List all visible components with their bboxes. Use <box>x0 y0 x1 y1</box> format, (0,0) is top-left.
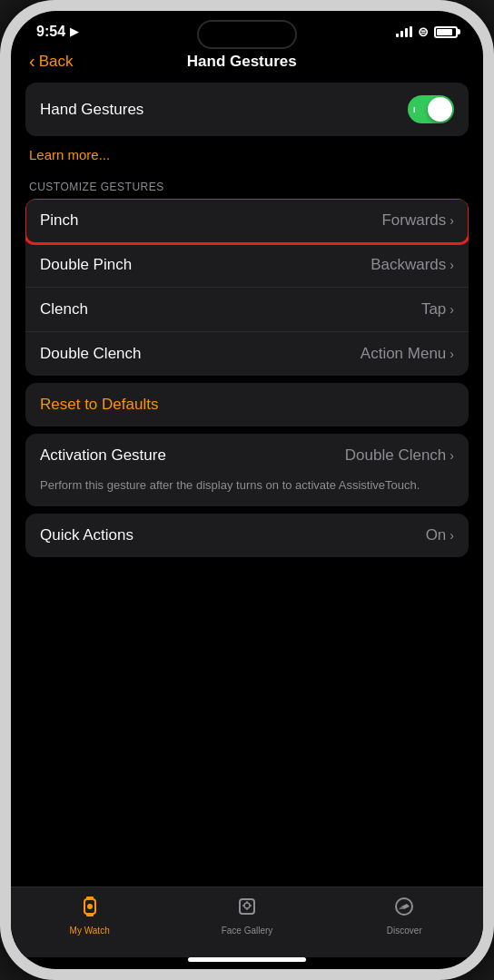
double-pinch-row[interactable]: Double Pinch Backwards › <box>25 243 469 288</box>
tab-bar: My Watch Face Gallery <box>11 887 483 957</box>
phone-screen: 9:54 ▶ ⊜ ‹ Back Hand <box>11 11 483 969</box>
clench-chevron-icon: › <box>450 302 454 317</box>
quick-actions-value: On › <box>426 526 454 544</box>
quick-actions-inner[interactable]: Quick Actions On › <box>25 514 469 557</box>
my-watch-label: My Watch <box>70 926 110 936</box>
tab-my-watch[interactable]: My Watch <box>54 895 126 936</box>
double-clench-chevron-icon: › <box>450 347 454 361</box>
reset-row[interactable]: Reset to Defaults <box>25 383 469 426</box>
hand-gestures-toggle-row: Hand Gestures I <box>25 83 469 136</box>
tab-face-gallery[interactable]: Face Gallery <box>211 895 283 936</box>
home-indicator <box>188 957 306 962</box>
gesture-list: Pinch Forwards › Double Pinch Backwards … <box>25 199 469 376</box>
pinch-row[interactable]: Pinch Forwards › <box>25 199 469 243</box>
quick-actions-chevron-icon: › <box>450 528 454 543</box>
chevron-left-icon: ‹ <box>29 51 35 72</box>
back-label: Back <box>39 53 74 71</box>
clench-value: Tap › <box>421 300 454 318</box>
nav-bar: ‹ Back Hand Gestures <box>11 47 483 83</box>
reset-label: Reset to Defaults <box>40 396 158 413</box>
activation-gesture-row: Activation Gesture Double Clench › Perfo… <box>25 434 469 506</box>
location-icon: ▶ <box>70 25 78 38</box>
activation-gesture-inner[interactable]: Activation Gesture Double Clench › <box>25 434 469 477</box>
svg-point-5 <box>244 903 250 908</box>
wifi-icon: ⊜ <box>418 24 429 39</box>
double-pinch-value: Backwards › <box>370 256 454 274</box>
discover-label: Discover <box>387 926 422 936</box>
battery-icon <box>434 26 458 38</box>
toggle-on-text: I <box>413 105 416 114</box>
hand-gestures-toggle[interactable]: I <box>408 95 454 123</box>
pinch-chevron-icon: › <box>450 213 454 228</box>
double-pinch-chevron-icon: › <box>450 258 454 272</box>
svg-rect-1 <box>86 897 94 900</box>
double-clench-value: Action Menu › <box>361 345 454 363</box>
learn-more-link[interactable]: Learn more... <box>25 143 469 173</box>
content-scroll[interactable]: Hand Gestures I Learn more... CUSTOMIZE … <box>11 83 483 887</box>
status-time: 9:54 <box>36 24 65 40</box>
svg-rect-2 <box>86 913 94 916</box>
face-gallery-label: Face Gallery <box>222 926 273 936</box>
status-icons: ⊜ <box>396 24 458 39</box>
clench-row[interactable]: Clench Tap › <box>25 288 469 332</box>
tab-discover[interactable]: Discover <box>368 895 440 936</box>
pinch-value: Forwards › <box>381 211 454 230</box>
activation-gesture-label: Activation Gesture <box>40 446 166 465</box>
pinch-label: Pinch <box>40 211 79 230</box>
dynamic-island <box>197 20 297 49</box>
customize-gestures-label: CUSTOMIZE GESTURES <box>25 173 469 199</box>
signal-bars <box>396 26 412 37</box>
activation-gesture-chevron-icon: › <box>450 448 454 463</box>
activation-gesture-description: Perform this gesture after the display t… <box>25 477 469 506</box>
discover-icon <box>392 895 416 922</box>
toggle-knob <box>428 97 452 122</box>
back-button[interactable]: ‹ Back <box>29 51 73 72</box>
phone-frame: 9:54 ▶ ⊜ ‹ Back Hand <box>0 0 494 980</box>
double-clench-label: Double Clench <box>40 345 142 363</box>
activation-gesture-value: Double Clench › <box>345 446 454 465</box>
double-clench-row[interactable]: Double Clench Action Menu › <box>25 332 469 376</box>
clench-label: Clench <box>40 300 88 318</box>
page-title: Hand Gestures <box>73 53 410 71</box>
double-pinch-label: Double Pinch <box>40 256 132 274</box>
my-watch-icon <box>78 895 102 922</box>
quick-actions-label: Quick Actions <box>40 526 133 544</box>
svg-point-3 <box>87 904 93 909</box>
hand-gestures-label: Hand Gestures <box>40 101 143 119</box>
quick-actions-row: Quick Actions On › <box>25 514 469 557</box>
face-gallery-icon <box>235 895 259 922</box>
